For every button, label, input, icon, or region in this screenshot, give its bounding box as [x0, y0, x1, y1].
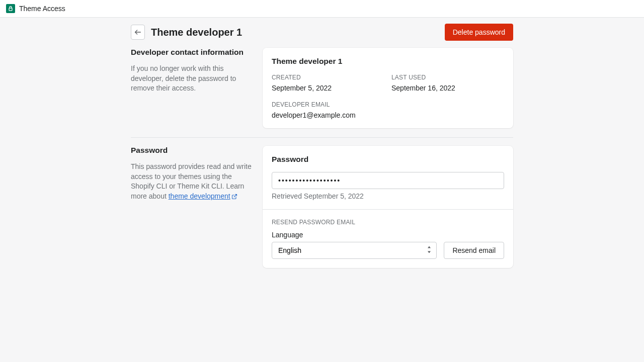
email-value: developer1@example.com: [272, 111, 504, 119]
last-used-block: LAST USED September 16, 2022: [391, 74, 504, 92]
app-title: Theme Access: [19, 5, 65, 13]
language-select[interactable]: English: [272, 242, 437, 259]
contact-description: If you no longer work with this develope…: [131, 64, 254, 94]
app-icon: [6, 4, 15, 13]
theme-development-link[interactable]: theme development: [169, 192, 237, 202]
password-input[interactable]: [272, 172, 504, 189]
svg-rect-0: [9, 8, 12, 11]
page-header: Theme developer 1 Delete password: [131, 24, 513, 41]
created-value: September 5, 2022: [272, 84, 384, 92]
password-section: Password This password provides read and…: [131, 146, 513, 277]
svg-line-2: [234, 194, 237, 197]
email-block: DEVELOPER EMAIL developer1@example.com: [272, 101, 504, 119]
password-card: Password Retrieved September 5, 2022 RES…: [263, 146, 513, 268]
language-label: Language: [272, 231, 504, 239]
contact-card-title: Theme developer 1: [272, 57, 504, 66]
delete-password-button[interactable]: Delete password: [445, 24, 513, 41]
page-title: Theme developer 1: [151, 27, 242, 38]
arrow-left-icon: [134, 28, 142, 36]
password-heading: Password: [131, 146, 254, 155]
top-bar: Theme Access: [0, 0, 644, 18]
created-block: CREATED September 5, 2022: [272, 74, 384, 92]
contact-heading: Developer contact information: [131, 48, 254, 57]
resend-email-button[interactable]: Resend email: [444, 242, 504, 259]
last-used-label: LAST USED: [391, 74, 504, 81]
retrieved-text: Retrieved September 5, 2022: [272, 192, 504, 200]
resend-heading: RESEND PASSWORD EMAIL: [272, 219, 504, 226]
external-link-icon: [231, 194, 237, 200]
created-label: CREATED: [272, 74, 384, 81]
password-description: This password provides read and write ac…: [131, 162, 254, 201]
email-label: DEVELOPER EMAIL: [272, 101, 504, 108]
back-button[interactable]: [131, 25, 145, 40]
contact-section: Developer contact information If you no …: [131, 48, 513, 138]
contact-card: Theme developer 1 CREATED September 5, 2…: [263, 48, 513, 128]
last-used-value: September 16, 2022: [391, 84, 504, 92]
password-card-title: Password: [272, 155, 504, 164]
